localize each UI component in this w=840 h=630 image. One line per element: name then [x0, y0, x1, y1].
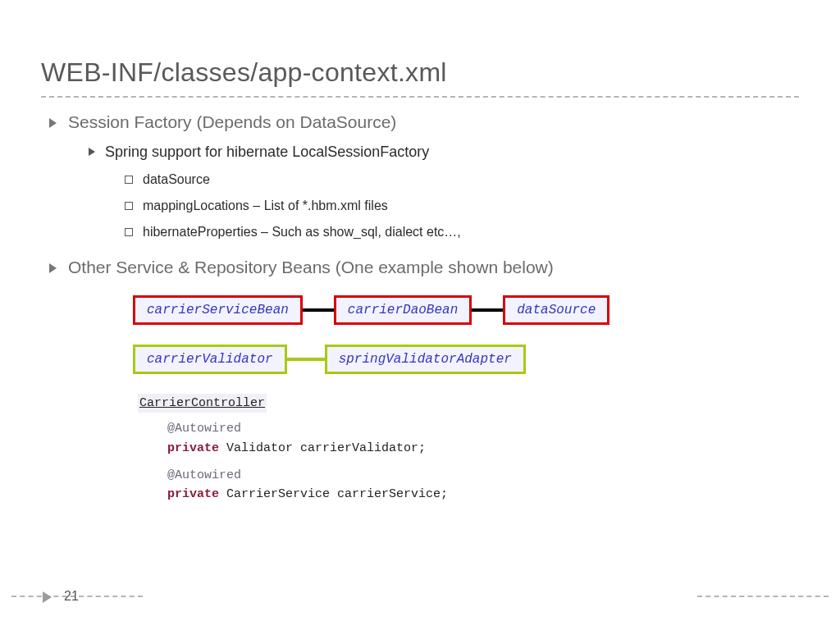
bullet-level3: mappingLocations – List of *.hbm.xml fil…	[125, 199, 799, 213]
bullet-level3: dataSource	[125, 172, 799, 187]
bullet-text: dataSource	[143, 172, 210, 187]
bullet-text: Other Service & Repository Beans (One ex…	[68, 258, 554, 277]
slide: WEB-INF/classes/app-context.xml Session …	[0, 0, 840, 630]
square-bullet-icon	[125, 176, 133, 184]
bullet-level1: Session Factory (Depends on DataSource)	[49, 112, 799, 132]
connector-line	[472, 308, 503, 312]
square-bullet-icon	[125, 228, 133, 236]
triangle-bullet-icon	[49, 118, 57, 128]
title-separator	[41, 96, 799, 98]
page-marker-icon	[43, 591, 52, 603]
connector-line	[303, 308, 334, 312]
code-annotation: @Autowired	[167, 468, 241, 482]
bean-box: carrierValidator	[133, 345, 287, 374]
triangle-bullet-icon	[89, 148, 95, 156]
triangle-bullet-icon	[49, 263, 57, 273]
bullet-text: hibernateProperties – Such as show_sql, …	[143, 225, 461, 240]
code-class-name: CarrierController	[138, 394, 267, 413]
slide-title: WEB-INF/classes/app-context.xml	[41, 57, 799, 88]
bean-box: dataSource	[503, 295, 609, 325]
bullet-text: Session Factory (Depends on DataSource)	[68, 112, 396, 132]
bullet-level2: Spring support for hibernate LocalSessio…	[89, 144, 799, 161]
bean-box: springValidatorAdapter	[325, 345, 526, 374]
bullet-text: Spring support for hibernate LocalSessio…	[105, 144, 429, 161]
code-text: Validator carrierValidator;	[219, 441, 426, 455]
code-keyword: private	[167, 487, 219, 501]
connector-line	[287, 358, 325, 361]
code-keyword: private	[167, 441, 219, 455]
page-number: 21	[64, 589, 79, 604]
bullet-text: mappingLocations – List of *.hbm.xml fil…	[143, 199, 388, 213]
diagram-area: carrierServiceBean carrierDaoBean dataSo…	[133, 295, 799, 374]
diagram-row-green: carrierValidator springValidatorAdapter	[133, 345, 799, 374]
code-annotation: @Autowired	[167, 422, 241, 436]
footer-dash-right	[697, 596, 829, 597]
code-text: CarrierService carrierService;	[219, 487, 448, 501]
code-snippet: CarrierController @Autowired private Val…	[138, 394, 799, 504]
bullet-level1: Other Service & Repository Beans (One ex…	[49, 258, 799, 277]
bean-box: carrierDaoBean	[334, 295, 472, 325]
diagram-row-red: carrierServiceBean carrierDaoBean dataSo…	[133, 295, 799, 325]
bullet-level3: hibernateProperties – Such as show_sql, …	[125, 225, 799, 240]
slide-footer: 21	[0, 589, 840, 605]
square-bullet-icon	[125, 202, 133, 210]
bean-box: carrierServiceBean	[133, 295, 303, 325]
